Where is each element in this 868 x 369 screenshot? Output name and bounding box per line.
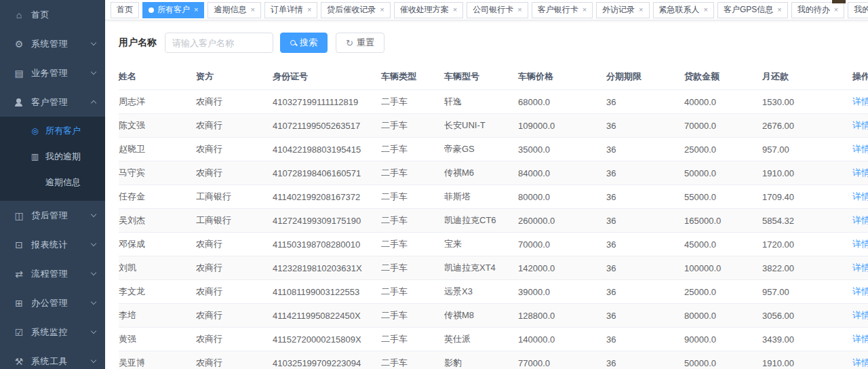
cell-funder: 工商银行 xyxy=(196,209,273,233)
detail-link[interactable]: 详情 xyxy=(852,286,868,296)
sidebar-subitem-label: 我的逾期 xyxy=(45,151,81,163)
detail-link[interactable]: 详情 xyxy=(852,357,868,368)
close-icon[interactable]: × xyxy=(583,6,587,14)
sidebar-item-报表统计[interactable]: ⊡报表统计 xyxy=(0,230,105,259)
sidebar-item-系统管理[interactable]: ⚙系统管理 xyxy=(0,29,105,58)
tab-bar: 首页所有客户×逾期信息×订单详情×贷后催收记录×催收处理方案×公司银行卡×客户银… xyxy=(105,0,868,20)
close-icon[interactable]: × xyxy=(704,6,708,14)
cell-price: 70000.0 xyxy=(518,233,606,256)
tab-逾期信息[interactable]: 逾期信息× xyxy=(208,2,260,18)
sidebar-item-label: 系统管理 xyxy=(31,38,92,50)
cell-funder: 农商行 xyxy=(196,256,273,280)
sidebar-item-流程管理[interactable]: ⇄流程管理 xyxy=(0,259,105,288)
sidebar-subitem-逾期信息[interactable]: 逾期信息 xyxy=(0,170,105,195)
detail-link[interactable]: 详情 xyxy=(852,310,868,320)
cell-funder: 农商行 xyxy=(196,328,273,351)
sidebar-item-系统监控[interactable]: ☑系统监控 xyxy=(0,317,105,347)
sidebar-item-label: 贷后管理 xyxy=(31,210,92,222)
detail-link[interactable]: 详情 xyxy=(852,239,868,249)
column-header-车辆型号: 车辆型号 xyxy=(444,64,518,90)
tab-客户银行卡[interactable]: 客户银行卡× xyxy=(532,2,593,18)
cell-name: 吴刘杰 xyxy=(119,209,196,233)
cell-funder: 工商银行 xyxy=(196,185,273,209)
close-icon[interactable]: × xyxy=(250,6,254,14)
cell-vehicle_type: 二手车 xyxy=(381,328,444,351)
cell-funder: 农商行 xyxy=(196,351,273,369)
close-icon[interactable]: × xyxy=(380,6,384,14)
sidebar-item-客户管理[interactable]: 客户管理 xyxy=(0,88,105,117)
cell-term: 36 xyxy=(606,161,684,185)
customer-name-input[interactable] xyxy=(165,33,273,53)
detail-link[interactable]: 详情 xyxy=(852,334,868,344)
tab-首页[interactable]: 首页 xyxy=(111,2,139,18)
sidebar-item-业务管理[interactable]: ▤业务管理 xyxy=(0,58,105,88)
detail-link[interactable]: 详情 xyxy=(852,144,868,154)
tab-客户GPS信息[interactable]: 客户GPS信息× xyxy=(717,2,788,18)
sidebar-item-贷后管理[interactable]: ◫贷后管理 xyxy=(0,201,105,230)
table-row: 周志洋农商行410327199111112819二手车轩逸68000.03640… xyxy=(119,90,868,114)
close-icon[interactable]: × xyxy=(517,6,521,14)
cell-loan: 100000.0 xyxy=(684,256,762,280)
cell-loan: 165000.0 xyxy=(684,209,762,233)
chevron-down-icon xyxy=(91,270,96,275)
detail-link[interactable]: 详情 xyxy=(852,191,868,201)
table-row: 刘凯农商行41232819810203631X二手车凯迪拉克XT4142000.… xyxy=(119,256,868,280)
table-row: 吴亚博农商行410325199709223094二手车影豹77000.03650… xyxy=(119,351,868,369)
office-icon: ⊞ xyxy=(14,298,24,309)
cell-loan: 80000.0 xyxy=(684,304,762,328)
close-icon[interactable]: × xyxy=(834,6,838,14)
detail-link[interactable]: 详情 xyxy=(852,96,868,106)
tab-所有客户[interactable]: 所有客户× xyxy=(142,2,204,18)
sidebar-item-办公管理[interactable]: ⊞办公管理 xyxy=(0,288,105,317)
app-window: ⌂首页⚙系统管理▤业务管理客户管理◎所有客户▥我的逾期逾期信息◫贷后管理⊡报表统… xyxy=(0,0,868,369)
cell-model: 英仕派 xyxy=(444,328,518,351)
tab-紧急联系人[interactable]: 紧急联系人× xyxy=(653,2,714,18)
column-header-操作: 操作 xyxy=(840,64,868,90)
column-header-月还款: 月还款 xyxy=(762,64,840,90)
cell-price: 68000.0 xyxy=(518,90,606,114)
dashboard-icon: ⌂ xyxy=(14,9,24,20)
search-button[interactable]: 搜索 xyxy=(280,33,328,53)
sidebar-item-首页[interactable]: ⌂首页 xyxy=(0,0,105,29)
tab-外访记录[interactable]: 外访记录× xyxy=(596,2,649,18)
sidebar-subitem-所有客户[interactable]: ◎所有客户 xyxy=(0,118,105,144)
chevron-down-icon xyxy=(91,299,96,305)
detail-link[interactable]: 详情 xyxy=(852,120,868,130)
cell-id_number: 41152720000215809X xyxy=(273,328,381,351)
close-icon[interactable]: × xyxy=(777,6,781,14)
cell-vehicle_type: 二手车 xyxy=(381,304,444,328)
cell-monthly: 3822.00 xyxy=(762,256,840,280)
close-icon[interactable]: × xyxy=(453,6,457,14)
tab-我的流程[interactable]: 我的流程× xyxy=(848,2,868,18)
cell-loan: 25000.0 xyxy=(684,138,762,161)
close-icon[interactable]: × xyxy=(639,6,643,14)
cell-term: 36 xyxy=(606,185,684,209)
close-icon[interactable]: × xyxy=(307,6,311,14)
detail-link[interactable]: 详情 xyxy=(852,263,868,273)
tab-催收处理方案[interactable]: 催收处理方案× xyxy=(394,2,463,18)
reset-button[interactable]: ↻ 重置 xyxy=(336,33,384,53)
sidebar-subitem-我的逾期[interactable]: ▥我的逾期 xyxy=(0,144,105,170)
sidebar-item-系统工具[interactable]: ⚒系统工具 xyxy=(0,347,105,369)
cell-id_number: 410721199505263517 xyxy=(273,114,381,138)
cell-vehicle_type: 二手车 xyxy=(381,138,444,161)
table-row: 赵晓卫农商行410422198803195415二手车帝豪GS35000.036… xyxy=(119,138,868,161)
column-header-贷款金额: 贷款金额 xyxy=(684,64,762,90)
content-panel: 用户名称 搜索 ↻ 重置 姓名资方身份证号车辆类型车辆型号车辆价格分期期限贷款金… xyxy=(105,20,868,369)
cell-price: 260000.0 xyxy=(518,209,606,233)
cell-name: 任存金 xyxy=(119,185,196,209)
table-row: 任存金工商银行411402199208167372二手车菲斯塔80000.036… xyxy=(119,185,868,209)
tab-我的待办[interactable]: 我的待办× xyxy=(791,2,844,18)
tab-公司银行卡[interactable]: 公司银行卡× xyxy=(467,2,528,18)
detail-link[interactable]: 详情 xyxy=(852,168,868,178)
workflow-icon: ⇄ xyxy=(14,269,24,279)
table-row: 邓保成农商行411503198708280010二手车宝来70000.03645… xyxy=(119,233,868,256)
detail-link[interactable]: 详情 xyxy=(852,215,868,225)
tab-订单详情[interactable]: 订单详情× xyxy=(264,2,317,18)
tab-label: 贷后催收记录 xyxy=(327,4,376,16)
close-icon[interactable]: × xyxy=(194,6,198,14)
sidebar-item-label: 系统监控 xyxy=(31,326,92,338)
search-icon xyxy=(290,40,296,45)
tab-贷后催收记录[interactable]: 贷后催收记录× xyxy=(321,2,390,18)
customer-table: 姓名资方身份证号车辆类型车辆型号车辆价格分期期限贷款金额月还款操作 周志洋农商行… xyxy=(119,64,868,369)
